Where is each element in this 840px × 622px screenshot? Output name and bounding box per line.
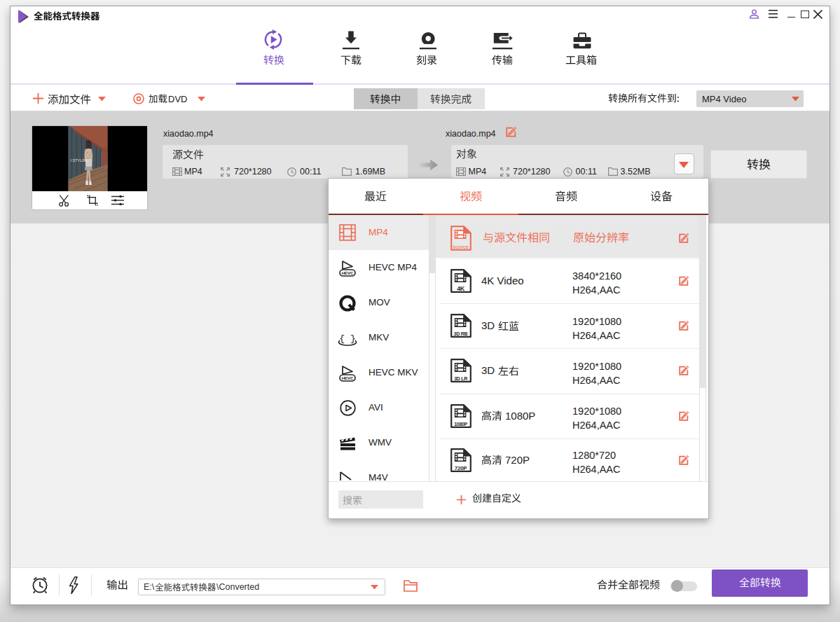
svg-text:4K: 4K bbox=[457, 285, 465, 292]
svg-text:HEVC: HEVC bbox=[342, 270, 354, 275]
svg-text:source: source bbox=[453, 244, 469, 250]
svg-text:3D LR: 3D LR bbox=[454, 376, 467, 381]
svg-text:3D RB: 3D RB bbox=[454, 331, 468, 336]
svg-text:{ }: { } bbox=[339, 333, 355, 344]
svg-text:HEVC: HEVC bbox=[342, 375, 354, 380]
svg-text:1080P: 1080P bbox=[454, 422, 467, 427]
svg-text:I STYLING: I STYLING bbox=[70, 158, 89, 163]
svg-text:720P: 720P bbox=[455, 465, 467, 471]
